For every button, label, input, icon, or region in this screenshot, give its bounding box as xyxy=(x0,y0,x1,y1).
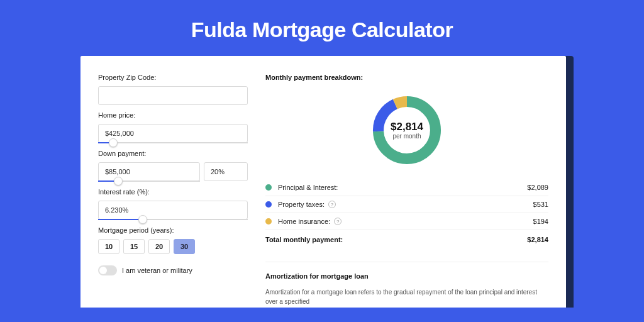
form-column: Property Zip Code: Home price: Down paym… xyxy=(98,74,248,308)
period-field: Mortgage period (years): 10 15 20 30 xyxy=(98,226,248,254)
price-slider-handle[interactable] xyxy=(109,138,118,147)
down-slider-handle[interactable] xyxy=(114,177,123,186)
total-row: Total monthly payment: $2,814 xyxy=(265,230,548,249)
page-title: Fulda Mortgage Calculator xyxy=(0,0,644,56)
legend-row-insurance: Home insurance: ? $194 xyxy=(265,213,548,230)
veteran-toggle-knob xyxy=(99,267,107,274)
price-slider[interactable] xyxy=(98,142,248,143)
period-options: 10 15 20 30 xyxy=(98,239,248,254)
down-amount-input[interactable] xyxy=(98,162,200,181)
zip-field: Property Zip Code: xyxy=(98,74,248,105)
rate-input[interactable] xyxy=(98,201,248,219)
donut-wrap: $2,814 per month xyxy=(265,89,548,179)
donut-sub: per month xyxy=(392,133,421,140)
amortization-section: Amortization for mortgage loan Amortizat… xyxy=(265,262,548,306)
price-input[interactable] xyxy=(98,124,248,143)
down-label: Down payment: xyxy=(98,150,248,157)
amortization-title: Amortization for mortgage loan xyxy=(265,272,548,280)
total-label: Total monthly payment: xyxy=(265,236,527,243)
legend-val-taxes: $531 xyxy=(533,201,548,208)
dot-taxes xyxy=(265,201,272,208)
legend-row-taxes: Property taxes: ? $531 xyxy=(265,196,548,213)
legend-text-taxes: Property taxes: xyxy=(278,201,325,208)
veteran-toggle[interactable] xyxy=(98,265,117,275)
down-slider[interactable] xyxy=(98,180,200,182)
dot-principal xyxy=(265,184,272,191)
price-field: Home price: xyxy=(98,111,248,143)
total-value: $2,814 xyxy=(527,236,548,243)
donut-amount: $2,814 xyxy=(391,121,423,133)
rate-slider[interactable] xyxy=(98,219,248,220)
rate-slider-handle[interactable] xyxy=(138,215,147,224)
dot-insurance xyxy=(265,218,272,225)
legend-row-principal: Principal & Interest: $2,089 xyxy=(265,179,548,196)
period-option-20[interactable]: 20 xyxy=(148,239,170,254)
period-label: Mortgage period (years): xyxy=(98,226,248,234)
zip-input[interactable] xyxy=(98,86,248,105)
legend-label-principal: Principal & Interest: xyxy=(278,184,527,191)
results-column: Monthly payment breakdown: $2,814 per mo… xyxy=(265,74,548,308)
card-shadow: Property Zip Code: Home price: Down paym… xyxy=(80,56,574,308)
info-icon[interactable]: ? xyxy=(328,201,336,208)
legend-label-insurance: Home insurance: ? xyxy=(278,218,533,225)
donut-center: $2,814 per month xyxy=(369,92,445,168)
price-label: Home price: xyxy=(98,111,248,119)
veteran-label: I am veteran or military xyxy=(122,267,192,274)
zip-label: Property Zip Code: xyxy=(98,74,248,81)
rate-field: Interest rate (%): xyxy=(98,188,248,220)
down-field: Down payment: xyxy=(98,150,248,182)
down-pct-input[interactable] xyxy=(204,162,248,181)
payment-donut: $2,814 per month xyxy=(369,92,445,168)
legend-val-insurance: $194 xyxy=(533,218,548,225)
calculator-card: Property Zip Code: Home price: Down paym… xyxy=(80,56,566,308)
legend-text-principal: Principal & Interest: xyxy=(278,184,338,191)
rate-label: Interest rate (%): xyxy=(98,188,248,196)
legend-val-principal: $2,089 xyxy=(527,184,548,191)
info-icon[interactable]: ? xyxy=(334,218,341,225)
amortization-body: Amortization for a mortgage loan refers … xyxy=(265,287,548,306)
period-option-10[interactable]: 10 xyxy=(98,239,119,254)
period-option-30[interactable]: 30 xyxy=(174,239,195,254)
veteran-row: I am veteran or military xyxy=(98,265,248,275)
breakdown-title: Monthly payment breakdown: xyxy=(265,74,548,81)
legend-text-insurance: Home insurance: xyxy=(278,218,330,225)
period-option-15[interactable]: 15 xyxy=(123,239,145,254)
legend-label-taxes: Property taxes: ? xyxy=(278,201,533,208)
